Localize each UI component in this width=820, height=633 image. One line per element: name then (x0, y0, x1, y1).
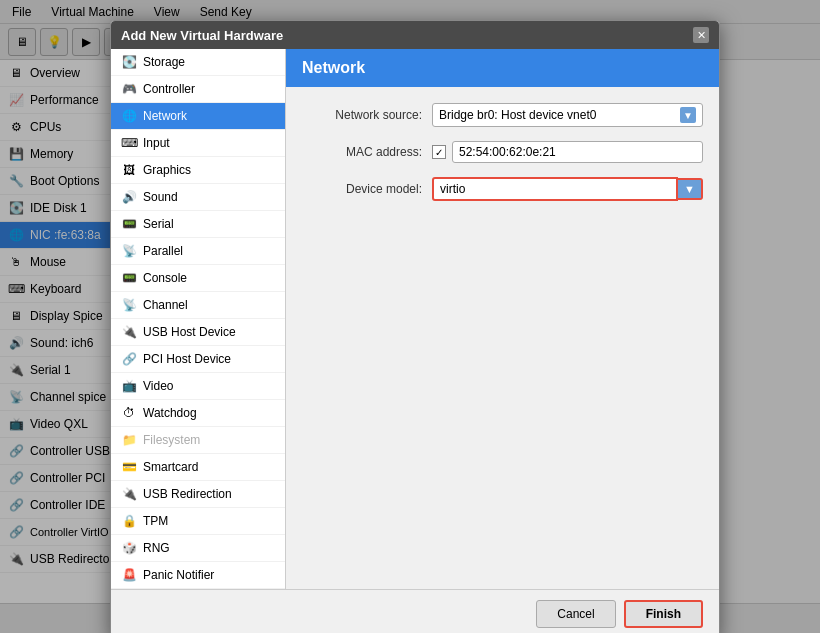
hw-label-graphics: Graphics (143, 163, 191, 177)
hw-item-network[interactable]: 🌐 Network (111, 103, 285, 130)
hw-item-serial[interactable]: 📟 Serial (111, 211, 285, 238)
tpm-icon: 🔒 (121, 513, 137, 529)
hw-label-sound: Sound (143, 190, 178, 204)
network-source-row: Network source: Bridge br0: Host device … (302, 103, 703, 127)
dialog-finish-button[interactable]: Finish (624, 600, 703, 628)
hw-label-video: Video (143, 379, 173, 393)
mac-address-control: ✓ (432, 141, 703, 163)
smartcard-icon: 💳 (121, 459, 137, 475)
device-model-control: ▼ (432, 177, 703, 201)
graphics-icon: 🖼 (121, 162, 137, 178)
hw-label-serial: Serial (143, 217, 174, 231)
hw-label-pci-host: PCI Host Device (143, 352, 231, 366)
network-source-control: Bridge br0: Host device vnet0 ▼ (432, 103, 703, 127)
add-hardware-dialog: Add New Virtual Hardware ✕ 💽 Storage 🎮 C… (110, 20, 720, 633)
watchdog-icon: ⏱ (121, 405, 137, 421)
detail-content: Network source: Bridge br0: Host device … (286, 87, 719, 231)
channel-hw-icon: 📡 (121, 297, 137, 313)
dialog-footer: Cancel Finish (111, 589, 719, 633)
hardware-list: 💽 Storage 🎮 Controller 🌐 Network ⌨ Input… (111, 49, 286, 589)
storage-icon: 💽 (121, 54, 137, 70)
hw-item-usb-redirect[interactable]: 🔌 USB Redirection (111, 481, 285, 508)
hw-item-watchdog[interactable]: ⏱ Watchdog (111, 400, 285, 427)
sound-hw-icon: 🔊 (121, 189, 137, 205)
hw-label-smartcard: Smartcard (143, 460, 198, 474)
hw-item-controller[interactable]: 🎮 Controller (111, 76, 285, 103)
network-source-select[interactable]: Bridge br0: Host device vnet0 ▼ (432, 103, 703, 127)
filesystem-icon: 📁 (121, 432, 137, 448)
network-source-label: Network source: (302, 108, 422, 122)
usb-redirect-icon: 🔌 (121, 486, 137, 502)
hw-label-parallel: Parallel (143, 244, 183, 258)
mac-address-input[interactable] (452, 141, 703, 163)
hw-label-network: Network (143, 109, 187, 123)
device-model-label: Device model: (302, 182, 422, 196)
serial-hw-icon: 📟 (121, 216, 137, 232)
hw-label-console: Console (143, 271, 187, 285)
panic-icon: 🚨 (121, 567, 137, 583)
hw-item-filesystem: 📁 Filesystem (111, 427, 285, 454)
dialog-cancel-button[interactable]: Cancel (536, 600, 615, 628)
video-hw-icon: 📺 (121, 378, 137, 394)
device-model-dropdown-btn[interactable]: ▼ (678, 178, 703, 200)
mac-address-row: MAC address: ✓ (302, 141, 703, 163)
parallel-icon: 📡 (121, 243, 137, 259)
hw-item-usb-host[interactable]: 🔌 USB Host Device (111, 319, 285, 346)
hw-item-parallel[interactable]: 📡 Parallel (111, 238, 285, 265)
hw-item-rng[interactable]: 🎲 RNG (111, 535, 285, 562)
hw-label-channel: Channel (143, 298, 188, 312)
hw-item-smartcard[interactable]: 💳 Smartcard (111, 454, 285, 481)
device-model-input-row: ▼ (432, 177, 703, 201)
hw-label-watchdog: Watchdog (143, 406, 197, 420)
dialog-title: Add New Virtual Hardware (121, 28, 283, 43)
pci-host-icon: 🔗 (121, 351, 137, 367)
console-icon: 📟 (121, 270, 137, 286)
mac-address-checkbox[interactable]: ✓ (432, 145, 446, 159)
device-model-input[interactable] (432, 177, 678, 201)
hw-item-input[interactable]: ⌨ Input (111, 130, 285, 157)
hw-label-usb-host: USB Host Device (143, 325, 236, 339)
hw-label-panic: Panic Notifier (143, 568, 214, 582)
hw-label-filesystem: Filesystem (143, 433, 200, 447)
dialog-overlay: Add New Virtual Hardware ✕ 💽 Storage 🎮 C… (0, 0, 820, 633)
hw-label-rng: RNG (143, 541, 170, 555)
hw-label-storage: Storage (143, 55, 185, 69)
hw-item-sound[interactable]: 🔊 Sound (111, 184, 285, 211)
network-hw-icon: 🌐 (121, 108, 137, 124)
network-source-value: Bridge br0: Host device vnet0 (439, 108, 676, 122)
detail-title: Network (302, 59, 365, 76)
hw-item-pci-host[interactable]: 🔗 PCI Host Device (111, 346, 285, 373)
hw-item-channel[interactable]: 📡 Channel (111, 292, 285, 319)
hw-label-tpm: TPM (143, 514, 168, 528)
hw-label-input: Input (143, 136, 170, 150)
hw-item-video[interactable]: 📺 Video (111, 373, 285, 400)
dialog-titlebar: Add New Virtual Hardware ✕ (111, 21, 719, 49)
hw-label-usb-redirect: USB Redirection (143, 487, 232, 501)
dialog-close-button[interactable]: ✕ (693, 27, 709, 43)
hw-label-controller: Controller (143, 82, 195, 96)
usb-host-icon: 🔌 (121, 324, 137, 340)
input-icon: ⌨ (121, 135, 137, 151)
hw-item-storage[interactable]: 💽 Storage (111, 49, 285, 76)
detail-header: Network (286, 49, 719, 87)
dialog-body: 💽 Storage 🎮 Controller 🌐 Network ⌨ Input… (111, 49, 719, 589)
hw-detail-panel: Network Network source: Bridge br0: Host… (286, 49, 719, 589)
hw-item-tpm[interactable]: 🔒 TPM (111, 508, 285, 535)
hw-item-graphics[interactable]: 🖼 Graphics (111, 157, 285, 184)
rng-icon: 🎲 (121, 540, 137, 556)
mac-checkbox-row: ✓ (432, 141, 703, 163)
hw-item-console[interactable]: 📟 Console (111, 265, 285, 292)
mac-address-label: MAC address: (302, 145, 422, 159)
hw-item-panic[interactable]: 🚨 Panic Notifier (111, 562, 285, 589)
device-model-row: Device model: ▼ (302, 177, 703, 201)
network-source-arrow[interactable]: ▼ (680, 107, 696, 123)
controller-icon: 🎮 (121, 81, 137, 97)
